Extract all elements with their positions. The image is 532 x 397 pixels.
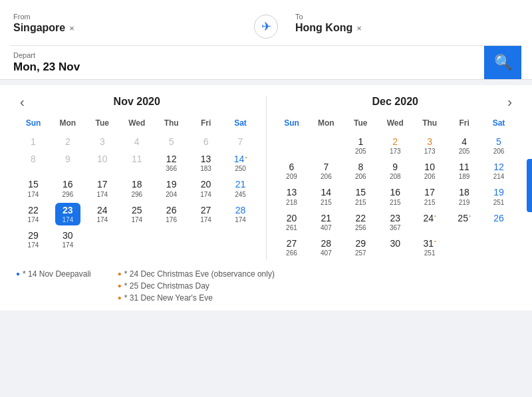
day-cell[interactable]: 27174 bbox=[194, 203, 219, 225]
table-row[interactable]: 24174 bbox=[85, 201, 120, 227]
day-cell[interactable]: 9 bbox=[55, 152, 80, 166]
to-close[interactable]: × bbox=[356, 23, 362, 33]
table-row[interactable]: 31251 bbox=[412, 235, 447, 260]
table-row[interactable]: 12366 bbox=[154, 150, 189, 176]
search-button[interactable]: 🔍 bbox=[484, 46, 521, 79]
table-row[interactable]: 21407 bbox=[309, 209, 343, 235]
table-row[interactable]: 27174 bbox=[189, 201, 223, 227]
day-cell[interactable]: 15174 bbox=[21, 177, 46, 199]
day-cell[interactable]: 23367 bbox=[382, 211, 408, 233]
day-cell[interactable]: 24 bbox=[417, 211, 442, 225]
day-cell[interactable]: 5206 bbox=[486, 134, 511, 157]
day-cell[interactable]: 12366 bbox=[159, 152, 184, 174]
table-row[interactable]: 7206 bbox=[309, 158, 343, 184]
table-row[interactable]: 18296 bbox=[120, 176, 154, 201]
day-cell[interactable]: 29257 bbox=[348, 236, 373, 259]
table-row[interactable]: 26176 bbox=[154, 201, 189, 227]
table-row[interactable]: 29257 bbox=[343, 235, 378, 260]
table-row[interactable]: 24 bbox=[412, 209, 447, 235]
table-row[interactable]: 13183 bbox=[189, 150, 223, 176]
day-cell[interactable]: 28407 bbox=[313, 236, 338, 259]
day-cell[interactable]: 8 bbox=[21, 152, 46, 166]
table-row[interactable]: 3173 bbox=[412, 133, 447, 158]
day-cell[interactable]: 30 bbox=[382, 236, 408, 251]
day-cell[interactable]: 30174 bbox=[55, 228, 80, 251]
day-cell[interactable]: 14215 bbox=[313, 185, 338, 207]
table-row[interactable]: 1 bbox=[16, 133, 51, 150]
day-cell[interactable]: 27266 bbox=[279, 236, 304, 259]
day-cell[interactable]: 16296 bbox=[55, 177, 80, 199]
day-cell[interactable]: 4205 bbox=[452, 134, 477, 157]
table-row[interactable]: 4 bbox=[120, 133, 154, 150]
day-cell[interactable]: 26176 bbox=[159, 203, 184, 225]
day-cell[interactable]: 5 bbox=[159, 134, 184, 149]
table-row[interactable]: 2 bbox=[51, 133, 85, 150]
day-cell[interactable]: 13183 bbox=[194, 152, 219, 174]
table-row[interactable]: 5206 bbox=[481, 133, 516, 158]
table-row[interactable]: 2173 bbox=[378, 133, 412, 158]
table-row[interactable]: 6209 bbox=[275, 158, 309, 184]
table-row[interactable]: 26 bbox=[481, 209, 516, 235]
table-row[interactable]: 15174 bbox=[16, 176, 51, 201]
table-row[interactable]: 15215 bbox=[343, 184, 378, 209]
day-cell[interactable]: 13218 bbox=[279, 185, 304, 207]
day-cell[interactable]: 19251 bbox=[486, 185, 511, 207]
day-cell[interactable]: 3173 bbox=[417, 134, 442, 157]
day-cell[interactable]: 3 bbox=[90, 134, 115, 149]
table-row[interactable]: 9208 bbox=[378, 158, 412, 184]
day-cell[interactable]: 21245 bbox=[228, 177, 253, 199]
day-cell[interactable]: 8206 bbox=[348, 160, 373, 182]
table-row[interactable]: 18219 bbox=[447, 184, 481, 209]
from-close[interactable]: × bbox=[69, 23, 74, 33]
day-cell[interactable]: 1205 bbox=[348, 134, 373, 157]
day-cell[interactable]: 2173 bbox=[382, 134, 408, 157]
table-row[interactable]: 25 bbox=[447, 209, 481, 235]
day-cell[interactable]: 2 bbox=[55, 134, 80, 149]
table-row[interactable]: 20174 bbox=[189, 176, 223, 201]
day-cell[interactable]: 11189 bbox=[452, 160, 477, 182]
depart-field[interactable]: Depart Mon, 23 Nov bbox=[11, 46, 484, 79]
day-cell[interactable]: 28174 bbox=[228, 203, 253, 225]
table-row[interactable]: 9 bbox=[51, 150, 85, 176]
table-row[interactable]: 27266 bbox=[275, 235, 309, 260]
day-cell[interactable]: 26 bbox=[486, 211, 511, 225]
day-cell[interactable]: 15215 bbox=[348, 185, 373, 207]
table-row[interactable]: 6 bbox=[189, 133, 223, 150]
table-row[interactable]: 13218 bbox=[275, 184, 309, 209]
table-row[interactable]: 5 bbox=[154, 133, 189, 150]
day-cell[interactable]: 4 bbox=[124, 134, 150, 149]
day-cell[interactable]: 25 bbox=[452, 211, 477, 225]
day-cell[interactable]: 18296 bbox=[124, 177, 150, 199]
table-row[interactable]: 29174 bbox=[16, 227, 51, 252]
day-cell[interactable]: 11 bbox=[124, 152, 150, 166]
table-row[interactable]: 1205 bbox=[343, 133, 378, 158]
day-cell[interactable]: 24174 bbox=[90, 203, 115, 225]
day-cell[interactable]: 21407 bbox=[313, 211, 338, 233]
table-row[interactable]: 16215 bbox=[378, 184, 412, 209]
table-row[interactable]: 16296 bbox=[51, 176, 85, 201]
scrollbar[interactable] bbox=[527, 159, 532, 212]
table-row[interactable]: 7 bbox=[223, 133, 258, 150]
table-row[interactable]: 3 bbox=[85, 133, 120, 150]
table-row[interactable]: 28407 bbox=[309, 235, 343, 260]
table-row[interactable]: 12214 bbox=[481, 158, 516, 184]
day-cell[interactable]: 18219 bbox=[452, 185, 477, 207]
table-row[interactable]: 10 bbox=[85, 150, 120, 176]
table-row[interactable]: 11189 bbox=[447, 158, 481, 184]
table-row[interactable]: 21245 bbox=[223, 176, 258, 201]
table-row[interactable]: 17174 bbox=[85, 176, 120, 201]
table-row[interactable]: 28174 bbox=[223, 201, 258, 227]
table-row[interactable]: 11 bbox=[120, 150, 154, 176]
table-row[interactable]: 22174 bbox=[16, 201, 51, 227]
table-row[interactable]: 10206 bbox=[412, 158, 447, 184]
day-cell[interactable]: 17215 bbox=[417, 185, 442, 207]
day-cell[interactable]: 22256 bbox=[348, 211, 373, 233]
table-row[interactable]: 22256 bbox=[343, 209, 378, 235]
day-cell[interactable]: 20261 bbox=[279, 211, 304, 233]
table-row[interactable]: 8 bbox=[16, 150, 51, 176]
day-cell[interactable]: 20174 bbox=[194, 177, 219, 199]
table-row[interactable]: 20261 bbox=[275, 209, 309, 235]
day-cell[interactable]: 22174 bbox=[21, 203, 46, 225]
day-cell[interactable]: 31251 bbox=[417, 236, 442, 259]
table-row[interactable]: 8206 bbox=[343, 158, 378, 184]
